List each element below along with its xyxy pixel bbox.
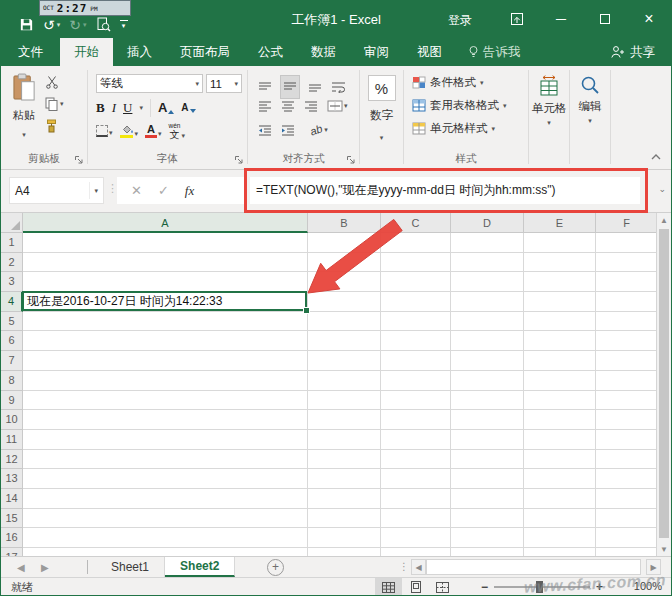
- cell-C14[interactable]: [381, 489, 451, 509]
- column-header-b[interactable]: B: [308, 213, 381, 233]
- cell-C3[interactable]: [381, 272, 451, 292]
- cut-button[interactable]: [45, 75, 64, 89]
- cell-C7[interactable]: [381, 351, 451, 371]
- row-header-3[interactable]: 3: [1, 272, 23, 292]
- fill-handle[interactable]: [303, 307, 310, 314]
- vertical-scrollbar[interactable]: ▲ ▼: [656, 213, 671, 556]
- tab-page-layout[interactable]: 页面布局: [166, 38, 244, 66]
- cell-B15[interactable]: [308, 509, 381, 529]
- cell-D10[interactable]: [451, 410, 524, 430]
- cell-E3[interactable]: [524, 272, 596, 292]
- cell-F13[interactable]: [596, 469, 658, 489]
- row-header-11[interactable]: 11: [1, 430, 23, 450]
- font-color-button[interactable]: A ▾: [145, 124, 162, 138]
- cell-A12[interactable]: [23, 450, 308, 470]
- cell-E6[interactable]: [524, 331, 596, 351]
- restore-button[interactable]: [583, 0, 627, 38]
- cell-D5[interactable]: [451, 312, 524, 332]
- cell-A4[interactable]: 现在是2016-10-27日 时间为14:22:33: [23, 292, 308, 312]
- zoom-slider-thumb[interactable]: [536, 581, 543, 593]
- tab-formulas[interactable]: 公式: [244, 38, 297, 66]
- row-header-13[interactable]: 13: [1, 469, 23, 489]
- cell-E4[interactable]: [524, 292, 596, 312]
- align-top-icon[interactable]: [258, 81, 272, 93]
- cell-F5[interactable]: [596, 312, 658, 332]
- row-header-4[interactable]: 4: [1, 292, 23, 312]
- cell-C8[interactable]: [381, 371, 451, 391]
- cell-A13[interactable]: [23, 469, 308, 489]
- expand-formula-bar-button[interactable]: ⌄: [658, 184, 666, 194]
- tab-file[interactable]: 文件: [1, 38, 60, 66]
- cell-B3[interactable]: [308, 272, 381, 292]
- row-header-5[interactable]: 5: [1, 312, 23, 332]
- normal-view-button[interactable]: [375, 578, 402, 596]
- cell-B12[interactable]: [308, 450, 381, 470]
- clipboard-dialog-launcher[interactable]: [74, 155, 84, 165]
- cell-F8[interactable]: [596, 371, 658, 391]
- cell-A10[interactable]: [23, 410, 308, 430]
- row-header-16[interactable]: 16: [1, 528, 23, 548]
- cell-E9[interactable]: [524, 391, 596, 411]
- cell-F16[interactable]: [596, 528, 658, 548]
- cell-E17[interactable]: [524, 548, 596, 556]
- insert-function-button[interactable]: fx: [185, 183, 194, 199]
- cell-A14[interactable]: [23, 489, 308, 509]
- cell-C16[interactable]: [381, 528, 451, 548]
- sheet-tab-sheet2[interactable]: Sheet2: [165, 557, 235, 577]
- cell-B2[interactable]: [308, 253, 381, 273]
- decrease-font-button[interactable]: A: [181, 103, 195, 113]
- cell-B7[interactable]: [308, 351, 381, 371]
- cell-F3[interactable]: [596, 272, 658, 292]
- cell-D8[interactable]: [451, 371, 524, 391]
- cell-A9[interactable]: [23, 391, 308, 411]
- cell-D11[interactable]: [451, 430, 524, 450]
- cell-F7[interactable]: [596, 351, 658, 371]
- cell-B1[interactable]: [308, 233, 381, 253]
- cell-E15[interactable]: [524, 509, 596, 529]
- font-dialog-launcher[interactable]: [234, 155, 244, 165]
- zoom-level[interactable]: 100%: [634, 580, 662, 592]
- align-left-icon[interactable]: [258, 100, 272, 112]
- cell-A1[interactable]: [23, 233, 308, 253]
- row-header-10[interactable]: 10: [1, 410, 23, 430]
- cell-E5[interactable]: [524, 312, 596, 332]
- cell-B13[interactable]: [308, 469, 381, 489]
- cell-C12[interactable]: [381, 450, 451, 470]
- row-header-6[interactable]: 6: [1, 331, 23, 351]
- cell-C15[interactable]: [381, 509, 451, 529]
- paste-button[interactable]: 粘贴 ▾: [7, 73, 41, 141]
- column-header-f[interactable]: F: [596, 213, 658, 233]
- close-button[interactable]: ×: [627, 0, 671, 38]
- row-header-8[interactable]: 8: [1, 371, 23, 391]
- cell-D17[interactable]: [451, 548, 524, 556]
- cell-C13[interactable]: [381, 469, 451, 489]
- cell-C9[interactable]: [381, 391, 451, 411]
- page-break-view-button[interactable]: [429, 578, 456, 596]
- cell-A6[interactable]: [23, 331, 308, 351]
- align-bottom-icon[interactable]: [308, 81, 322, 93]
- conditional-formatting-button[interactable]: 条件格式 ▾: [412, 75, 484, 90]
- cell-B11[interactable]: [308, 430, 381, 450]
- merge-center-button[interactable]: ▾: [327, 100, 348, 112]
- name-box[interactable]: A4 ▾: [9, 177, 104, 204]
- cell-A16[interactable]: [23, 528, 308, 548]
- undo-button[interactable]: ↺▾: [43, 18, 60, 32]
- tab-insert[interactable]: 插入: [113, 38, 166, 66]
- cell-E2[interactable]: [524, 253, 596, 273]
- cell-B10[interactable]: [308, 410, 381, 430]
- cell-C11[interactable]: [381, 430, 451, 450]
- vertical-scrollbar-thumb[interactable]: [659, 229, 669, 538]
- row-header-17[interactable]: 17: [1, 548, 23, 556]
- cell-D2[interactable]: [451, 253, 524, 273]
- tab-home[interactable]: 开始: [60, 38, 113, 66]
- italic-button[interactable]: I: [112, 100, 116, 116]
- column-header-a[interactable]: A: [23, 213, 308, 233]
- cell-F2[interactable]: [596, 253, 658, 273]
- decrease-indent-icon[interactable]: [258, 124, 272, 136]
- increase-font-button[interactable]: A: [158, 102, 174, 114]
- cell-B14[interactable]: [308, 489, 381, 509]
- borders-button[interactable]: ▾: [96, 125, 113, 137]
- bold-button[interactable]: B: [96, 100, 105, 116]
- row-header-14[interactable]: 14: [1, 489, 23, 509]
- cell-D7[interactable]: [451, 351, 524, 371]
